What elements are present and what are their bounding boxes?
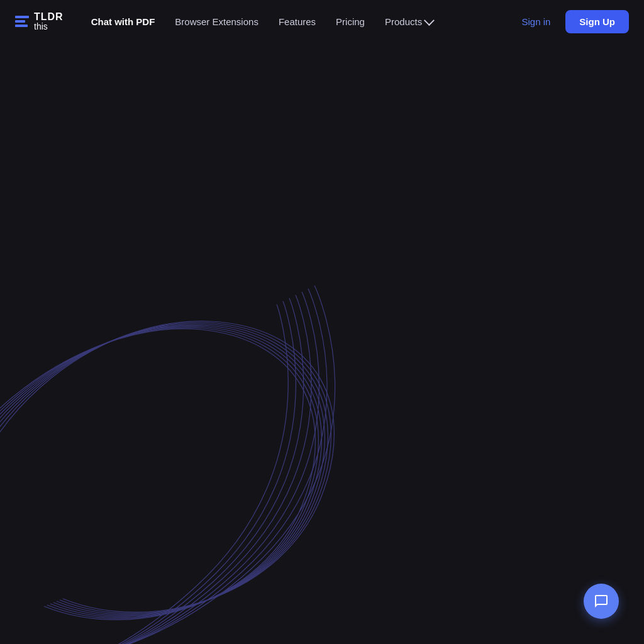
nav-products[interactable]: Products — [377, 11, 440, 32]
navbar: TLDR this Chat with PDF Browser Extensio… — [0, 0, 644, 43]
chevron-down-icon — [424, 15, 435, 26]
chat-support-button[interactable] — [584, 584, 619, 619]
nav-pricing[interactable]: Pricing — [328, 11, 372, 32]
sign-in-button[interactable]: Sign in — [514, 11, 558, 32]
nav-links: Chat with PDF Browser Extensions Feature… — [84, 11, 514, 32]
logo[interactable]: TLDR this — [15, 12, 64, 31]
nav-browser-extensions[interactable]: Browser Extensions — [167, 11, 266, 32]
logo-this: this — [34, 22, 64, 31]
chat-icon — [594, 594, 609, 609]
nav-actions: Sign in Sign Up — [514, 10, 629, 33]
logo-icon — [15, 16, 29, 27]
decorative-curves — [0, 254, 340, 644]
nav-chat-with-pdf[interactable]: Chat with PDF — [84, 11, 163, 32]
sign-up-button[interactable]: Sign Up — [565, 10, 629, 33]
nav-features[interactable]: Features — [271, 11, 323, 32]
logo-tldr: TLDR — [34, 12, 64, 22]
logo-text: TLDR this — [34, 12, 64, 31]
